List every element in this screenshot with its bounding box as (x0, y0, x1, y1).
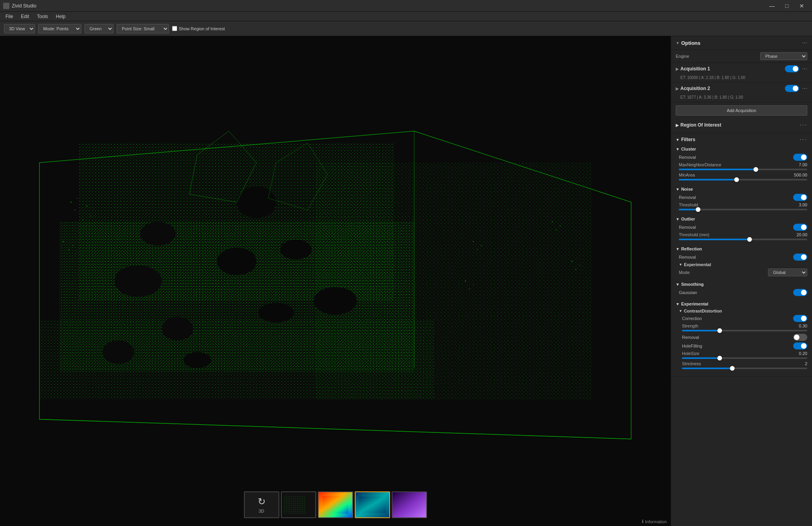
engine-label: Engine (676, 54, 689, 59)
viewport[interactable]: ↻ 3D (0, 36, 671, 526)
acquisition2-toggle[interactable] (785, 85, 799, 92)
reflection-experimental-title[interactable]: ▼ Experimental (679, 262, 807, 267)
cluster-maxneighbor-thumb[interactable] (753, 167, 758, 172)
filters-title[interactable]: ▼ Filters (676, 137, 695, 142)
cd-strength-thumb[interactable] (717, 328, 722, 333)
noise-group: ▼ Noise Removal Threshold 3.00 (676, 184, 807, 214)
filters-dots[interactable]: ··· (800, 136, 807, 143)
menu-help[interactable]: Help (52, 13, 70, 20)
svg-rect-58 (392, 492, 426, 517)
acquisition1-toggle[interactable] (785, 65, 799, 72)
outlier-threshold-track[interactable] (679, 239, 807, 240)
filters-section: ▼ Filters ··· ▼ Cluster Removal (671, 133, 812, 377)
outlier-threshold-thumb[interactable] (747, 237, 752, 242)
region-of-interest-section: ▶ Region Of Interest ··· (671, 119, 812, 133)
outlier-content: Removal Threshold (mm) 20.00 (676, 224, 807, 240)
smoothing-title[interactable]: ▼ Smoothing (676, 281, 807, 287)
add-acquisition-button[interactable]: Add Acquisition (676, 105, 807, 116)
cd-removal-label: Removal (682, 335, 699, 340)
noise-threshold-thumb[interactable] (696, 207, 700, 212)
reflection-chevron: ▼ (676, 247, 680, 251)
acquisition2-dots[interactable]: ··· (802, 85, 807, 92)
cd-strength-track[interactable] (682, 330, 807, 331)
thumb-heat-svg (319, 492, 352, 517)
minimize-button[interactable]: — (765, 1, 779, 11)
noise-threshold-track[interactable] (679, 209, 807, 210)
smoothing-chevron: ▼ (676, 282, 680, 287)
reflection-removal-toggle[interactable] (793, 254, 807, 261)
svg-point-49 (576, 269, 576, 270)
outlier-chevron: ▼ (676, 217, 680, 221)
info-label: Information (645, 519, 667, 524)
roi-title[interactable]: ▶ Region Of Interest (676, 122, 721, 128)
acquisition1-title[interactable]: ▶ Acquisition 1 (676, 66, 710, 72)
reflection-mode-select[interactable]: Global Local (768, 269, 807, 276)
cluster-minarea-track[interactable] (679, 179, 807, 180)
thumbnail-dark-img (282, 492, 315, 517)
svg-rect-7 (315, 163, 592, 399)
show-roi-checkbox[interactable] (172, 26, 177, 31)
thumb-purple-svg (392, 492, 426, 517)
cluster-removal-toggle[interactable] (793, 154, 807, 161)
close-button[interactable]: ✕ (795, 1, 809, 11)
cd-holesize-fill (682, 357, 720, 359)
filters-chevron: ▼ (676, 138, 680, 142)
cluster-maxneighbor-track[interactable] (679, 169, 807, 170)
roi-label: Region Of Interest (680, 122, 721, 128)
noise-title[interactable]: ▼ Noise (676, 186, 807, 192)
view-select[interactable]: 3D View 2D View (4, 24, 35, 33)
reflection-content: Removal ▼ Experimental Mode Global Lo (676, 254, 807, 276)
noise-threshold-label-row: Threshold 3.00 (679, 202, 807, 207)
cd-strength-fill (682, 330, 720, 331)
cd-removal-toggle[interactable] (793, 334, 807, 341)
roi-dots[interactable]: ··· (800, 122, 807, 128)
outlier-removal-row: Removal (679, 224, 807, 231)
cluster-title[interactable]: ▼ Cluster (676, 146, 807, 152)
noise-removal-toggle[interactable] (793, 194, 807, 201)
cd-strictness-thumb[interactable] (730, 366, 735, 371)
outlier-removal-label: Removal (679, 225, 696, 230)
menu-edit[interactable]: Edit (17, 13, 33, 20)
point-size-select[interactable]: Point Size: Small Point Size: Medium Poi… (117, 24, 169, 33)
thumbnail-heat[interactable] (318, 491, 353, 518)
contrast-distortion-title[interactable]: ▼ ContrastDistortion (679, 309, 807, 313)
thumbnail-3d[interactable]: ↻ 3D (244, 491, 279, 518)
cd-correction-toggle[interactable] (793, 315, 807, 322)
outlier-title[interactable]: ▼ Outlier (676, 216, 807, 222)
cd-strictness-track[interactable] (682, 368, 807, 369)
maximize-button[interactable]: □ (780, 1, 794, 11)
cluster-minarea-label: MinArea (679, 173, 695, 177)
cd-holesize-track[interactable] (682, 357, 807, 359)
acquisition1-dots[interactable]: ··· (802, 65, 807, 72)
reflection-group: ▼ Reflection Removal ▼ Experimental (676, 244, 807, 280)
svg-point-26 (140, 222, 175, 245)
svg-point-38 (73, 245, 73, 246)
svg-point-27 (280, 240, 312, 259)
thumbnail-dark[interactable] (281, 491, 316, 518)
svg-point-21 (258, 303, 294, 322)
reflection-mode-label: Mode (679, 270, 690, 275)
show-roi-label[interactable]: Show Region of Interest (172, 26, 225, 31)
smoothing-gaussian-toggle[interactable] (793, 289, 807, 296)
thumbnail-teal[interactable] (355, 491, 390, 518)
reflection-title[interactable]: ▼ Reflection (676, 246, 807, 252)
3d-label: 3D (258, 509, 264, 513)
color-select[interactable]: Green Color Normal (84, 24, 114, 33)
menu-tools[interactable]: Tools (33, 13, 52, 20)
reflection-removal-row: Removal (679, 254, 807, 261)
outlier-removal-toggle[interactable] (793, 224, 807, 231)
refl-exp-label: Experimental (684, 262, 711, 267)
cluster-minarea-thumb[interactable] (734, 177, 739, 182)
options-dots[interactable]: ··· (802, 39, 807, 46)
outlier-group: ▼ Outlier Removal Threshold (mm) 20.00 (676, 214, 807, 244)
experimental-title[interactable]: ▼ Experimental (676, 301, 807, 307)
engine-select[interactable]: Phase Stripe Omni (760, 52, 807, 60)
thumbnail-purple-img (392, 492, 426, 517)
menu-file[interactable]: File (2, 13, 17, 20)
mode-select[interactable]: Mode: Points Mode: Surface (38, 24, 81, 33)
svg-point-25 (236, 186, 276, 218)
thumbnail-purple[interactable] (392, 491, 427, 518)
acquisition2-title[interactable]: ▶ Acquisition 2 (676, 86, 710, 91)
cd-holefilling-toggle[interactable] (793, 342, 807, 349)
cd-holesize-thumb[interactable] (717, 356, 722, 360)
